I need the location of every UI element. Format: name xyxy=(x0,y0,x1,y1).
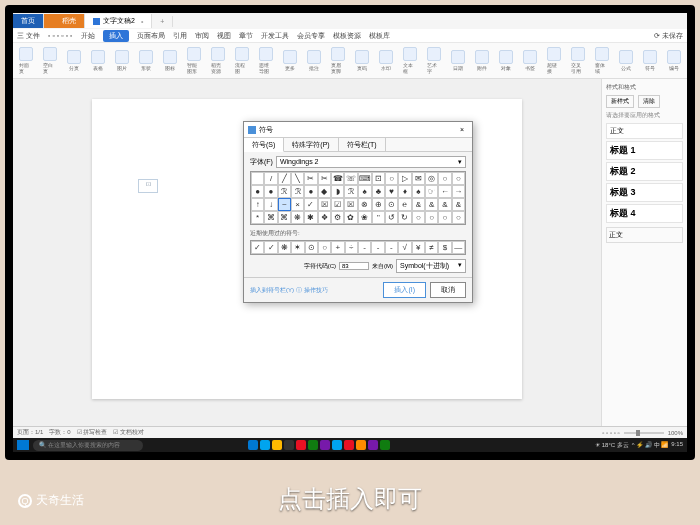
symbol-cell[interactable]: ↺ xyxy=(385,211,398,224)
ribbon-水印[interactable]: 水印 xyxy=(377,50,395,71)
symbol-cell[interactable]: ☞ xyxy=(425,185,438,198)
symbol-cell[interactable]: ☎ xyxy=(331,172,344,185)
menu-tpl[interactable]: 模板资源 xyxy=(333,31,361,41)
symbol-cell[interactable]: ↑ xyxy=(251,198,264,211)
symbol-cell[interactable]: ⊗ xyxy=(358,198,372,211)
symbol-cell[interactable]: ℛ xyxy=(344,185,357,198)
ribbon-更多[interactable]: 更多 xyxy=(281,50,299,71)
menu-view[interactable]: 视图 xyxy=(217,31,231,41)
ribbon-页眉页脚[interactable]: 页眉页脚 xyxy=(329,47,347,74)
symbol-cell[interactable]: ● xyxy=(251,185,264,198)
start-button[interactable] xyxy=(17,440,29,450)
symbol-cell[interactable]: ℮ xyxy=(398,198,411,211)
tab-add[interactable]: + xyxy=(152,16,173,27)
recent-symbol-cell[interactable]: ○ xyxy=(318,241,331,254)
recent-symbol-cell[interactable]: ✓ xyxy=(264,241,277,254)
symbol-cell[interactable]: & xyxy=(412,198,425,211)
recent-symbol-cell[interactable]: — xyxy=(452,241,465,254)
ribbon-思维导图[interactable]: 思维导图 xyxy=(257,47,275,74)
menu-member[interactable]: 会员专享 xyxy=(297,31,325,41)
insert-button[interactable]: 插入(I) xyxy=(383,282,426,298)
symbol-cell[interactable]: ● xyxy=(264,185,277,198)
tray-icons[interactable]: ^ ⚡ 🔊 中 📶 xyxy=(632,441,668,450)
taskbar-search[interactable]: 🔍 在这里输入你要搜索的内容 xyxy=(33,440,143,451)
symbol-cell[interactable]: ▷ xyxy=(398,172,411,185)
new-style-btn[interactable]: 新样式 xyxy=(606,95,634,108)
view-icons[interactable]: ▫ ▫ ▫ ▫ ▫ xyxy=(602,430,619,436)
recent-symbol-cell[interactable]: √ xyxy=(398,241,411,254)
ribbon-艺术字[interactable]: 艺术字 xyxy=(425,47,443,74)
ribbon-图片[interactable]: 图片 xyxy=(113,50,131,71)
recent-symbol-cell[interactable]: $ xyxy=(438,241,451,254)
symbol-cell[interactable]: ← xyxy=(438,185,451,198)
symbol-cell[interactable]: ○ xyxy=(425,211,438,224)
ribbon-书签[interactable]: 书签 xyxy=(521,50,539,71)
menu-start[interactable]: 开始 xyxy=(81,31,95,41)
symbol-cell[interactable]: ✉ xyxy=(412,172,425,185)
recent-symbol-cell[interactable]: ¥ xyxy=(412,241,425,254)
operate-tips[interactable]: 操作技巧 xyxy=(304,286,328,295)
ribbon-超链接[interactable]: 超链接 xyxy=(545,47,563,74)
style-h3[interactable]: 标题 3 xyxy=(606,183,683,202)
symbol-cell[interactable]: ◗ xyxy=(331,185,344,198)
symbol-cell[interactable]: ✱ xyxy=(304,211,317,224)
style-h4[interactable]: 标题 4 xyxy=(606,204,683,223)
symbol-cell[interactable]: ✂ xyxy=(318,172,331,185)
symbol-cell[interactable]: ✓ xyxy=(304,198,317,211)
symbol-cell[interactable]: ○ xyxy=(385,172,398,185)
symbol-cell[interactable]: & xyxy=(438,198,451,211)
symbol-cell[interactable]: ○ xyxy=(438,211,451,224)
symbol-cell[interactable]: ♦ xyxy=(398,185,411,198)
symbol-cell[interactable]: ♣ xyxy=(372,185,385,198)
clear-style-btn[interactable]: 清除 xyxy=(638,95,660,108)
ribbon-稻壳资源[interactable]: 稻壳资源 xyxy=(209,47,227,74)
recent-symbol-cell[interactable]: ⊙ xyxy=(305,241,318,254)
symbol-cell[interactable]: * xyxy=(251,211,264,224)
symbol-cell[interactable]: ◎ xyxy=(425,172,438,185)
symbol-cell[interactable]: ☏ xyxy=(344,172,357,185)
ribbon-附件[interactable]: 附件 xyxy=(473,50,491,71)
menu-insert[interactable]: 插入 xyxy=(103,30,129,42)
ribbon-流程图[interactable]: 流程图 xyxy=(233,47,251,74)
symbol-cell[interactable]: ~ xyxy=(278,198,291,211)
symbol-cell[interactable]: & xyxy=(425,198,438,211)
symbol-cell[interactable]: ○ xyxy=(438,172,451,185)
symbol-cell[interactable]: ❀ xyxy=(358,211,372,224)
symbol-cell[interactable]: " xyxy=(372,211,385,224)
current-style-box[interactable]: 正文 xyxy=(606,227,683,243)
symbol-cell[interactable]: ○ xyxy=(452,211,465,224)
menu-layout[interactable]: 页面布局 xyxy=(137,31,165,41)
recent-symbol-cell[interactable]: - xyxy=(358,241,371,254)
symbol-cell[interactable]: ⊙ xyxy=(385,198,398,211)
symbol-cell[interactable]: ○ xyxy=(412,211,425,224)
ribbon-公式[interactable]: 公式 xyxy=(617,50,635,71)
symbol-cell[interactable]: ❋ xyxy=(291,211,304,224)
weather-widget[interactable]: ☀ 18°C 多云 xyxy=(595,441,629,450)
symbol-cell[interactable] xyxy=(251,172,264,185)
symbol-cell[interactable]: × xyxy=(291,198,304,211)
tab-symbolbar[interactable]: 符号栏(T) xyxy=(339,138,386,151)
file-menu[interactable]: 三 文件 xyxy=(17,31,40,41)
ribbon-空白页[interactable]: 空白页 xyxy=(41,47,59,74)
menu-review[interactable]: 审阅 xyxy=(195,31,209,41)
recent-symbol-cell[interactable]: ✶ xyxy=(291,241,304,254)
zoom-value[interactable]: 100% xyxy=(668,430,683,436)
recent-symbol-cell[interactable]: - xyxy=(371,241,384,254)
ribbon-交叉引用[interactable]: 交叉引用 xyxy=(569,47,587,74)
symbol-cell[interactable]: ℛ xyxy=(278,185,291,198)
symbol-cell[interactable]: ╲ xyxy=(291,172,304,185)
symbol-cell[interactable]: ♥ xyxy=(385,185,398,198)
taskbar-apps[interactable] xyxy=(248,440,390,450)
symbol-cell[interactable]: & xyxy=(452,198,465,211)
ribbon-文本框[interactable]: 文本框 xyxy=(401,47,419,74)
symbol-cell[interactable]: ♠ xyxy=(412,185,425,198)
zoom-slider[interactable] xyxy=(624,432,664,434)
ribbon-分页[interactable]: 分页 xyxy=(65,50,83,71)
symbol-cell[interactable]: ♠ xyxy=(358,185,372,198)
symbol-cell[interactable]: / xyxy=(264,172,277,185)
status-docfix[interactable]: ☑ 文档校对 xyxy=(113,428,144,437)
symbol-cell[interactable]: ◆ xyxy=(318,185,331,198)
recent-symbol-cell[interactable]: - xyxy=(385,241,398,254)
symbol-cell[interactable]: ☒ xyxy=(318,198,331,211)
symbol-cell[interactable]: ● xyxy=(304,185,317,198)
